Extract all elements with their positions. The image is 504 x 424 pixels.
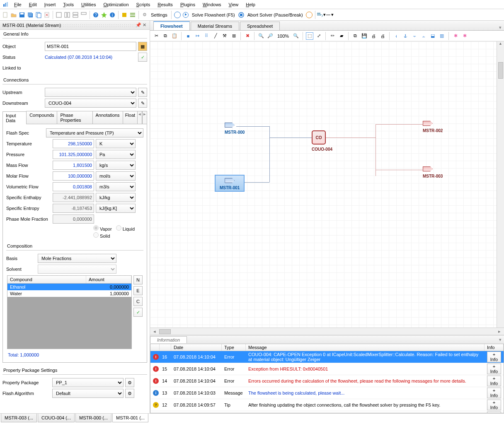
tab-phase-properties[interactable]: Phase Properties	[57, 111, 92, 124]
upstream-select[interactable]	[45, 88, 136, 97]
dist-h-icon[interactable]: ⬓	[429, 32, 436, 40]
rect-icon[interactable]: ■	[184, 32, 192, 40]
abort-icon[interactable]	[237, 11, 245, 19]
menu-results[interactable]: Results	[154, 1, 176, 8]
dropdown1-icon[interactable]: ▾	[317, 11, 325, 19]
molar-flow-unit[interactable]: mol/s	[96, 171, 136, 181]
downstream-edit-btn[interactable]: ✎	[138, 99, 147, 108]
comp-btn-e[interactable]: E	[133, 286, 143, 295]
stream-mstr001-selected[interactable]: MSTR-001	[215, 175, 245, 192]
bottom-tab-0[interactable]: MSTR-003 (...	[1, 414, 37, 422]
object-edit-btn[interactable]: ▦	[138, 42, 147, 51]
comp-btn-c[interactable]: C	[133, 297, 143, 306]
liquid-radio[interactable]: Liquid	[116, 225, 135, 231]
solve-button[interactable]: Solve Flowsheet (F5)	[190, 12, 237, 17]
mass-flow-unit[interactable]: kg/s	[96, 161, 136, 170]
stream-mstr002-port[interactable]	[423, 121, 433, 126]
gear-icon[interactable]: ⚙	[141, 11, 148, 19]
bottom-tab-3[interactable]: MSTR-001 (...	[112, 414, 148, 422]
canvas-scroll-x[interactable]: ◂▸	[150, 328, 504, 335]
paste-icon[interactable]: 📋	[171, 32, 178, 40]
temperature-input[interactable]	[53, 139, 94, 148]
tag-icon[interactable]: ⊞	[230, 32, 237, 40]
mass-flow-input[interactable]	[53, 161, 94, 170]
tab-compounds[interactable]: Compounds	[26, 111, 57, 124]
pink1-icon[interactable]: ✱	[452, 32, 459, 40]
zoom-in-icon[interactable]: 🔍	[257, 32, 265, 40]
pan-icon[interactable]: ⤢	[315, 32, 322, 40]
new-file-icon[interactable]	[2, 11, 9, 19]
doc-tab-material-streams[interactable]: Material Streams	[191, 22, 239, 30]
stream-mstr000-port[interactable]	[225, 123, 235, 128]
log-info-btn[interactable]: + Info	[487, 376, 501, 386]
menu-scripts[interactable]: Scripts	[133, 1, 154, 8]
doc-tab-flowsheet[interactable]: Flowsheet	[153, 21, 190, 30]
tools-icon[interactable]: ⚒	[221, 32, 228, 40]
close-icon[interactable]	[43, 11, 51, 19]
copy-sheet-icon[interactable]: ⧉	[351, 32, 359, 40]
tab-scroll-right[interactable]: ▸	[142, 111, 147, 124]
bottom-tab-2[interactable]: MSTR-000 (...	[75, 414, 111, 422]
comp-btn-check[interactable]: ✓	[133, 308, 143, 317]
settings-label[interactable]: Settings	[149, 12, 169, 17]
compound-row[interactable]: Water1,000000	[7, 290, 131, 297]
dropdown2-icon[interactable]: ▾	[326, 11, 333, 19]
log-row[interactable]: ! 16 07.08.2018 14:10:04 Error COUO-004:…	[150, 351, 504, 363]
layout2-icon[interactable]	[63, 11, 71, 19]
phase-mole-fraction-input[interactable]	[53, 214, 94, 224]
copy2-icon[interactable]: ⧉	[162, 32, 169, 40]
bottom-tab-1[interactable]: COUO-004 (...	[38, 414, 75, 422]
doc-tabs-dropdown[interactable]: ▾	[497, 25, 504, 30]
log-row[interactable]: i 13 07.08.2018 14:10:03 Message The flo…	[150, 387, 504, 399]
temperature-unit[interactable]: K	[96, 139, 136, 148]
layout4-icon[interactable]	[80, 11, 87, 19]
play-icon[interactable]	[182, 11, 189, 19]
layout3-icon[interactable]	[72, 11, 79, 19]
basis-select[interactable]: Mole Fractions	[38, 254, 116, 263]
molar-flow-input[interactable]	[53, 171, 94, 181]
dist-v-icon[interactable]: ▥	[438, 32, 446, 40]
pressure-unit[interactable]: Pa	[96, 150, 136, 159]
stream-mstr003-port[interactable]	[423, 166, 433, 171]
menu-plugins[interactable]: Plugins	[177, 1, 199, 8]
menu-file[interactable]: File	[11, 1, 25, 8]
tab-input-data[interactable]: Input Data	[2, 111, 27, 124]
dots-icon[interactable]: ⠿	[203, 32, 210, 40]
print-preview-icon[interactable]: 🖨	[379, 32, 386, 40]
open-folder-icon[interactable]	[10, 11, 17, 19]
info-dropdown[interactable]: ▾	[497, 337, 504, 342]
tab-float[interactable]: Float	[123, 111, 138, 124]
menu-help[interactable]: Help	[242, 1, 259, 8]
diag-icon[interactable]: ╱	[212, 32, 219, 40]
help-icon[interactable]: ?	[92, 11, 99, 19]
power-toggle-icon[interactable]	[174, 11, 181, 19]
doc-tab-spreadsheet[interactable]: Spreadsheet	[240, 22, 280, 30]
eraser-icon[interactable]: ▰	[338, 32, 345, 40]
print-icon[interactable]: 🖨	[370, 32, 377, 40]
specific-enthalpy-input[interactable]	[53, 193, 94, 202]
menu-insert[interactable]: Insert	[41, 1, 59, 8]
log-row[interactable]: ! 14 07.08.2018 14:10:04 Error Errors oc…	[150, 375, 504, 387]
volumetric-flow-unit[interactable]: m3/s	[96, 182, 136, 191]
pink2-icon[interactable]: ✱	[461, 32, 468, 40]
comp-btn-n[interactable]: N	[133, 275, 143, 284]
object-input[interactable]	[45, 42, 136, 51]
log-info-btn[interactable]: + Info	[487, 412, 501, 413]
fa-select[interactable]: Default	[52, 389, 124, 398]
save-all-icon[interactable]	[27, 11, 34, 19]
menu-windows[interactable]: Windows	[199, 1, 225, 8]
log-info-btn[interactable]: + Info	[487, 388, 501, 398]
information-tab[interactable]: Information	[150, 336, 187, 343]
log-row[interactable]: ! 15 07.08.2018 14:10:04 Error Exception…	[150, 363, 504, 375]
canvas-scroll-y[interactable]: ▲	[497, 41, 504, 328]
menu-optimization[interactable]: Optimization	[100, 1, 132, 8]
pp-select[interactable]: PP_1	[52, 378, 124, 387]
arrow-icon[interactable]: ↦	[194, 32, 201, 40]
pencil-icon[interactable]: ✏	[329, 32, 336, 40]
menu-edit[interactable]: Edit	[26, 1, 40, 8]
specific-entropy-unit[interactable]: kJ/[kg.K]	[96, 204, 136, 213]
solvent-select[interactable]	[38, 265, 116, 274]
save2-icon[interactable]: 💾	[361, 32, 368, 40]
align-top-icon[interactable]: ⫠	[420, 32, 427, 40]
close-panel-icon[interactable]: ✕	[141, 22, 147, 28]
